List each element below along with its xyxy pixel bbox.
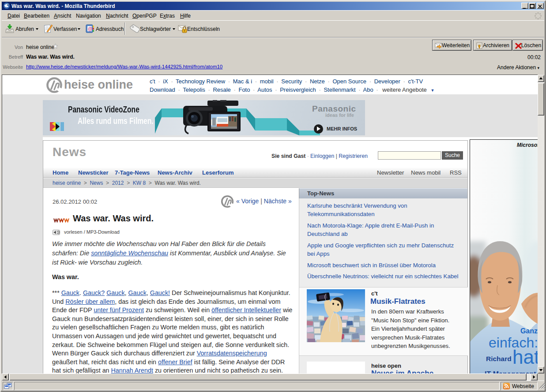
svg-text:@: @	[88, 26, 92, 31]
